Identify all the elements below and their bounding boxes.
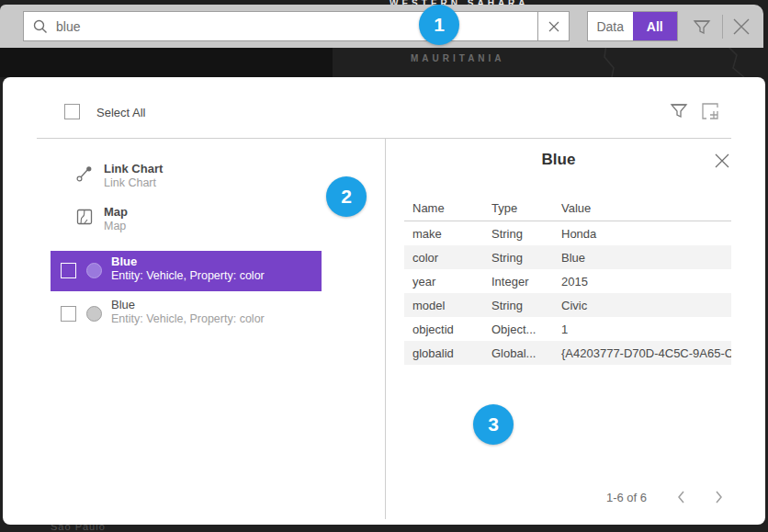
cell-value: 2015 xyxy=(561,275,731,289)
list-detail-divider xyxy=(385,139,386,519)
result-item-blue[interactable]: Blue Entity: Vehicle, Property: color xyxy=(51,294,322,334)
link-chart-icon xyxy=(76,165,93,182)
callout-2: 2 xyxy=(326,176,367,217)
result-checkbox[interactable] xyxy=(61,306,76,322)
cell-name: make xyxy=(412,227,491,241)
result-title: Link Chart xyxy=(104,162,163,175)
search-toolbar: Data All xyxy=(0,5,763,48)
cell-name: model xyxy=(412,299,491,312)
toolbar-filter-icon[interactable] xyxy=(692,17,712,37)
table-row: year Integer 2015 xyxy=(404,269,731,293)
table-row: make String Honda xyxy=(404,221,731,245)
cell-name: objectid xyxy=(412,323,491,336)
cell-value: 1 xyxy=(561,323,731,336)
result-checkbox[interactable] xyxy=(61,263,76,278)
result-subtitle: Map xyxy=(104,220,126,232)
result-subtitle: Entity: Vehicle, Property: color xyxy=(111,312,265,325)
result-title: Map xyxy=(104,205,128,219)
pagination-prev-icon[interactable] xyxy=(674,490,689,504)
map-icon xyxy=(76,209,93,225)
select-all-checkbox[interactable] xyxy=(64,104,80,119)
clear-x-icon xyxy=(548,21,559,32)
callout-3: 3 xyxy=(473,404,514,445)
cell-value: Honda xyxy=(561,227,731,241)
cell-type: String xyxy=(491,251,561,265)
column-header-name: Name xyxy=(412,201,491,215)
cell-type: String xyxy=(491,227,561,241)
table-row: globalid Global... {A4203777-D70D-4C5C-9… xyxy=(404,341,731,365)
column-header-value: Value xyxy=(561,201,731,215)
callout-1: 1 xyxy=(419,5,459,45)
entity-dot-icon xyxy=(86,306,102,322)
search-box[interactable] xyxy=(23,11,570,41)
cell-name: globalid xyxy=(412,346,491,360)
scope-data-button[interactable]: Data xyxy=(588,12,633,40)
cell-type: Object... xyxy=(491,323,561,336)
result-title: Blue xyxy=(111,255,137,268)
add-to-selection-icon[interactable] xyxy=(698,99,722,123)
result-title: Blue xyxy=(111,298,135,311)
table-header-row: Name Type Value xyxy=(404,195,731,221)
cell-value: Blue xyxy=(561,251,731,265)
pagination-range: 1-6 of 6 xyxy=(514,491,647,504)
cell-name: year xyxy=(412,275,491,289)
result-subtitle: Link Chart xyxy=(104,176,156,189)
toolbar-divider xyxy=(722,15,723,39)
select-all-label: Select All xyxy=(96,106,145,119)
table-row: color String Blue xyxy=(404,245,731,269)
scope-toggle: Data All xyxy=(587,11,678,41)
entity-dot-icon xyxy=(86,263,102,278)
cell-value: Civic xyxy=(561,299,731,312)
detail-title: Blue xyxy=(385,151,732,169)
search-input[interactable] xyxy=(49,19,537,34)
pagination-next-icon[interactable] xyxy=(711,490,726,504)
search-clear-button[interactable] xyxy=(537,11,570,41)
panel-filter-icon[interactable] xyxy=(669,100,689,120)
search-icon xyxy=(32,18,49,35)
column-header-type: Type xyxy=(491,201,561,215)
cell-type: Integer xyxy=(491,275,561,289)
result-item-blue-selected[interactable]: Blue Entity: Vehicle, Property: color xyxy=(51,251,322,291)
scope-all-button[interactable]: All xyxy=(633,12,678,40)
map-border-lines xyxy=(496,44,762,77)
map-label-mauritania: MAURITANIA xyxy=(411,53,505,63)
table-row: objectid Object... 1 xyxy=(404,317,731,341)
table-row: model String Civic xyxy=(404,293,731,317)
header-divider xyxy=(37,138,731,139)
toolbar-close-icon[interactable] xyxy=(730,16,752,38)
cell-name: color xyxy=(412,251,491,265)
result-subtitle: Entity: Vehicle, Property: color xyxy=(111,269,265,282)
cell-type: String xyxy=(491,299,561,312)
search-results-panel: Select All Link Chart Link Chart Map Map… xyxy=(3,77,765,525)
fields-table: Name Type Value make String Honda color … xyxy=(404,195,731,365)
cell-value: {A4203777-D70D-4C5C-9A65-C... xyxy=(561,346,731,360)
cell-type: Global... xyxy=(491,346,561,360)
detail-close-icon[interactable] xyxy=(714,153,730,169)
